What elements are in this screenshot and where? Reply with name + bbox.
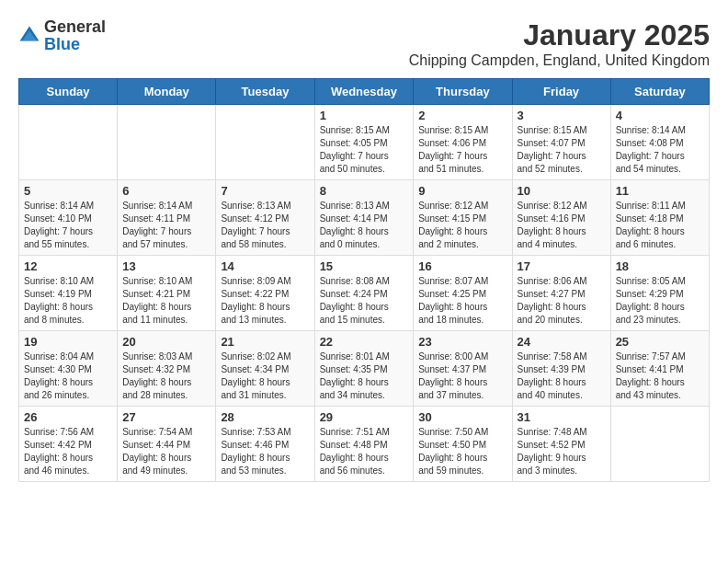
week-row-3: 12Sunrise: 8:10 AM Sunset: 4:19 PM Dayli… (19, 256, 710, 331)
day-number: 20 (122, 335, 210, 349)
day-info: Sunrise: 7:50 AM Sunset: 4:50 PM Dayligh… (418, 426, 506, 477)
day-number: 19 (24, 335, 112, 349)
calendar-cell: 13Sunrise: 8:10 AM Sunset: 4:21 PM Dayli… (118, 256, 216, 331)
calendar-cell: 6Sunrise: 8:14 AM Sunset: 4:11 PM Daylig… (118, 180, 216, 256)
calendar: SundayMondayTuesdayWednesdayThursdayFrid… (18, 78, 710, 482)
day-number: 30 (418, 410, 506, 424)
logo-blue: Blue (44, 35, 80, 53)
day-info: Sunrise: 8:03 AM Sunset: 4:32 PM Dayligh… (122, 350, 210, 402)
day-number: 4 (616, 109, 704, 122)
day-info: Sunrise: 7:56 AM Sunset: 4:42 PM Dayligh… (24, 426, 112, 477)
day-number: 29 (320, 410, 409, 424)
calendar-cell: 11Sunrise: 8:11 AM Sunset: 4:18 PM Dayli… (610, 180, 709, 256)
day-number: 24 (518, 335, 606, 349)
day-number: 9 (418, 184, 506, 198)
day-info: Sunrise: 8:12 AM Sunset: 4:16 PM Dayligh… (518, 200, 606, 251)
day-info: Sunrise: 8:11 AM Sunset: 4:18 PM Dayligh… (616, 200, 704, 251)
week-row-2: 5Sunrise: 8:14 AM Sunset: 4:10 PM Daylig… (19, 180, 710, 256)
day-number: 3 (518, 109, 606, 122)
calendar-cell: 15Sunrise: 8:08 AM Sunset: 4:24 PM Dayli… (314, 256, 414, 331)
day-info: Sunrise: 8:05 AM Sunset: 4:29 PM Dayligh… (616, 275, 704, 327)
day-info: Sunrise: 8:06 AM Sunset: 4:27 PM Dayligh… (518, 275, 606, 327)
calendar-cell: 14Sunrise: 8:09 AM Sunset: 4:22 PM Dayli… (216, 256, 314, 331)
day-number: 18 (616, 259, 704, 273)
calendar-cell: 29Sunrise: 7:51 AM Sunset: 4:48 PM Dayli… (314, 407, 414, 482)
day-number: 8 (320, 184, 409, 198)
header: General Blue January 2025 Chipping Campd… (18, 18, 710, 69)
logo-icon (18, 25, 40, 47)
calendar-cell: 19Sunrise: 8:04 AM Sunset: 4:30 PM Dayli… (19, 331, 118, 407)
day-number: 12 (24, 259, 112, 273)
day-info: Sunrise: 8:15 AM Sunset: 4:05 PM Dayligh… (320, 124, 409, 176)
calendar-cell: 8Sunrise: 8:13 AM Sunset: 4:14 PM Daylig… (314, 180, 414, 256)
day-info: Sunrise: 8:14 AM Sunset: 4:10 PM Dayligh… (24, 200, 112, 251)
calendar-cell: 21Sunrise: 8:02 AM Sunset: 4:34 PM Dayli… (216, 331, 314, 407)
calendar-cell: 28Sunrise: 7:53 AM Sunset: 4:46 PM Dayli… (216, 407, 314, 482)
calendar-cell: 16Sunrise: 8:07 AM Sunset: 4:25 PM Dayli… (414, 256, 512, 331)
calendar-cell (19, 105, 118, 180)
calendar-cell: 5Sunrise: 8:14 AM Sunset: 4:10 PM Daylig… (19, 180, 118, 256)
calendar-cell: 20Sunrise: 8:03 AM Sunset: 4:32 PM Dayli… (118, 331, 216, 407)
day-number: 23 (418, 335, 506, 349)
day-number: 7 (221, 184, 309, 198)
calendar-cell: 26Sunrise: 7:56 AM Sunset: 4:42 PM Dayli… (19, 407, 118, 482)
calendar-cell: 25Sunrise: 7:57 AM Sunset: 4:41 PM Dayli… (610, 331, 709, 407)
day-number: 17 (518, 259, 606, 273)
day-info: Sunrise: 8:15 AM Sunset: 4:07 PM Dayligh… (518, 124, 606, 176)
day-header-wednesday: Wednesday (314, 79, 414, 105)
day-info: Sunrise: 8:12 AM Sunset: 4:15 PM Dayligh… (418, 200, 506, 251)
day-header-thursday: Thursday (414, 79, 512, 105)
calendar-body: 1Sunrise: 8:15 AM Sunset: 4:05 PM Daylig… (19, 105, 710, 482)
week-row-1: 1Sunrise: 8:15 AM Sunset: 4:05 PM Daylig… (19, 105, 710, 180)
day-header-saturday: Saturday (610, 79, 709, 105)
day-number: 21 (221, 335, 309, 349)
day-info: Sunrise: 7:53 AM Sunset: 4:46 PM Dayligh… (221, 426, 309, 477)
day-info: Sunrise: 8:14 AM Sunset: 4:11 PM Dayligh… (122, 200, 210, 251)
calendar-cell: 27Sunrise: 7:54 AM Sunset: 4:44 PM Dayli… (118, 407, 216, 482)
main-title: January 2025 (409, 18, 710, 52)
calendar-cell: 9Sunrise: 8:12 AM Sunset: 4:15 PM Daylig… (414, 180, 512, 256)
day-number: 6 (122, 184, 210, 198)
calendar-cell: 12Sunrise: 8:10 AM Sunset: 4:19 PM Dayli… (19, 256, 118, 331)
subtitle: Chipping Campden, England, United Kingdo… (409, 52, 710, 69)
calendar-cell (216, 105, 314, 180)
day-info: Sunrise: 8:10 AM Sunset: 4:19 PM Dayligh… (24, 275, 112, 327)
calendar-cell: 17Sunrise: 8:06 AM Sunset: 4:27 PM Dayli… (512, 256, 610, 331)
day-number: 5 (24, 184, 112, 198)
calendar-cell: 22Sunrise: 8:01 AM Sunset: 4:35 PM Dayli… (314, 331, 414, 407)
day-number: 13 (122, 259, 210, 273)
calendar-cell: 23Sunrise: 8:00 AM Sunset: 4:37 PM Dayli… (414, 331, 512, 407)
calendar-cell: 10Sunrise: 8:12 AM Sunset: 4:16 PM Dayli… (512, 180, 610, 256)
calendar-cell: 3Sunrise: 8:15 AM Sunset: 4:07 PM Daylig… (512, 105, 610, 180)
title-area: January 2025 Chipping Campden, England, … (409, 18, 710, 69)
calendar-cell: 4Sunrise: 8:14 AM Sunset: 4:08 PM Daylig… (610, 105, 709, 180)
calendar-cell: 30Sunrise: 7:50 AM Sunset: 4:50 PM Dayli… (414, 407, 512, 482)
day-info: Sunrise: 7:58 AM Sunset: 4:39 PM Dayligh… (518, 350, 606, 402)
day-info: Sunrise: 7:48 AM Sunset: 4:52 PM Dayligh… (518, 426, 606, 477)
day-number: 22 (320, 335, 409, 349)
calendar-cell: 7Sunrise: 8:13 AM Sunset: 4:12 PM Daylig… (216, 180, 314, 256)
day-number: 28 (221, 410, 309, 424)
day-info: Sunrise: 8:15 AM Sunset: 4:06 PM Dayligh… (418, 124, 506, 176)
calendar-cell: 18Sunrise: 8:05 AM Sunset: 4:29 PM Dayli… (610, 256, 709, 331)
day-info: Sunrise: 8:07 AM Sunset: 4:25 PM Dayligh… (418, 275, 506, 327)
day-info: Sunrise: 8:01 AM Sunset: 4:35 PM Dayligh… (320, 350, 409, 402)
day-info: Sunrise: 7:57 AM Sunset: 4:41 PM Dayligh… (616, 350, 704, 402)
calendar-cell (610, 407, 709, 482)
day-number: 2 (418, 109, 506, 122)
day-number: 10 (518, 184, 606, 198)
day-header-friday: Friday (512, 79, 610, 105)
day-number: 11 (616, 184, 704, 198)
day-number: 16 (418, 259, 506, 273)
calendar-cell (118, 105, 216, 180)
day-info: Sunrise: 8:08 AM Sunset: 4:24 PM Dayligh… (320, 275, 409, 327)
day-header-sunday: Sunday (19, 79, 118, 105)
day-info: Sunrise: 8:00 AM Sunset: 4:37 PM Dayligh… (418, 350, 506, 402)
day-number: 1 (320, 109, 409, 122)
calendar-cell: 2Sunrise: 8:15 AM Sunset: 4:06 PM Daylig… (414, 105, 512, 180)
day-info: Sunrise: 7:51 AM Sunset: 4:48 PM Dayligh… (320, 426, 409, 477)
calendar-cell: 31Sunrise: 7:48 AM Sunset: 4:52 PM Dayli… (512, 407, 610, 482)
day-info: Sunrise: 8:14 AM Sunset: 4:08 PM Dayligh… (616, 124, 704, 176)
day-info: Sunrise: 8:13 AM Sunset: 4:14 PM Dayligh… (320, 200, 409, 251)
day-number: 15 (320, 259, 409, 273)
